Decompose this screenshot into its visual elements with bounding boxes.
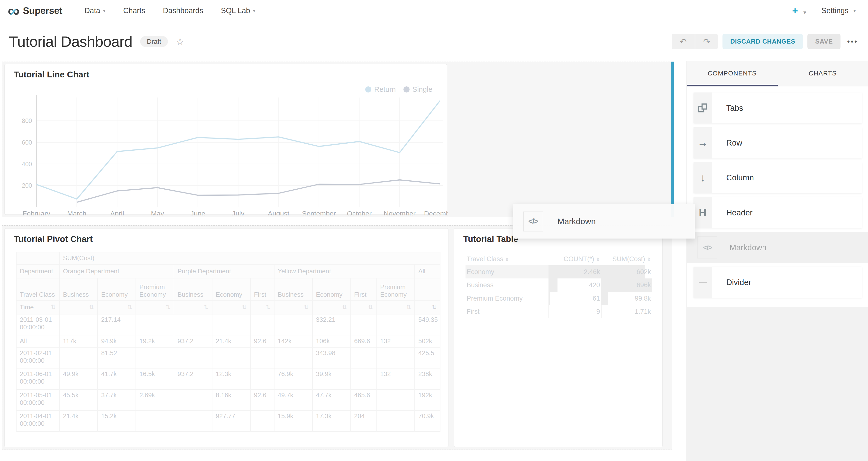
- pivot-time-header[interactable]: Time⇅: [16, 300, 59, 314]
- nav-item-sql-lab[interactable]: SQL Lab▾: [212, 0, 264, 22]
- sort-icon[interactable]: ⇅: [89, 304, 94, 311]
- pivot-sort-cell[interactable]: ⇅: [250, 300, 274, 314]
- sort-icon[interactable]: ⇅: [304, 304, 309, 311]
- pivot-row: 2011-05-01 00:00:0045.5k37.7k2.69k8.16k9…: [16, 390, 440, 410]
- pivot-value-cell: 45.5k: [59, 390, 98, 410]
- component-item-row[interactable]: →Row: [693, 127, 862, 158]
- more-options-icon[interactable]: •••: [847, 37, 858, 46]
- pivot-value-cell: 47.7k: [312, 390, 351, 410]
- sort-icon[interactable]: ⇕: [596, 256, 600, 262]
- pivot-corner-cell: [16, 252, 59, 264]
- component-item-markdown[interactable]: </>Markdown: [687, 232, 868, 263]
- superset-logo[interactable]: ∞ Superset: [8, 4, 62, 18]
- table-column-header[interactable]: Travel Class⇕: [466, 253, 549, 265]
- sort-icon[interactable]: ⇅: [266, 304, 271, 311]
- sort-icon[interactable]: ⇅: [406, 304, 411, 311]
- pivot-class-header: First: [351, 278, 377, 300]
- code-icon: </>: [523, 212, 543, 232]
- table-cell-sum: 99.8k: [601, 292, 652, 305]
- pivot-sort-cell[interactable]: ⇅: [136, 300, 174, 314]
- table-cell-travel-class: Premium Economy: [466, 292, 549, 305]
- pivot-value-cell: 192k: [415, 390, 440, 410]
- pivot-sort-cell[interactable]: ⇅: [98, 300, 136, 314]
- svg-text:February: February: [23, 210, 51, 215]
- pivot-class-header: First: [250, 278, 274, 300]
- tab-charts[interactable]: CHARTS: [777, 61, 868, 86]
- settings-menu[interactable]: Settings ▾: [822, 6, 856, 15]
- pivot-value-cell: 502k: [415, 335, 440, 347]
- pivot-row-label: 2011-02-01 00:00:00: [16, 347, 59, 368]
- pivot-sort-cell[interactable]: ⇅: [351, 300, 377, 314]
- sort-icon[interactable]: ⇅: [204, 304, 209, 311]
- chevron-down-icon: ▾: [103, 8, 105, 13]
- pivot-sort-cell[interactable]: ⇅: [377, 300, 415, 314]
- svg-text:August: August: [268, 210, 289, 215]
- table-column-header[interactable]: SUM(Cost)⇕: [601, 253, 652, 265]
- pivot-class-header: [415, 278, 440, 300]
- pivot-value-cell: 425.5: [415, 347, 440, 368]
- markdown-drag-preview[interactable]: </> Markdown: [513, 204, 695, 239]
- table-row[interactable]: Premium Economy6199.8k: [466, 292, 652, 305]
- pivot-row-label: All: [16, 335, 59, 347]
- pivot-class-label: Travel Class: [16, 278, 59, 300]
- svg-text:June: June: [190, 210, 206, 215]
- chart-card-line[interactable]: Tutorial Line Chart ReturnSingle 2004006…: [4, 64, 447, 215]
- redo-button[interactable]: ↷: [695, 34, 718, 50]
- pivot-sort-cell[interactable]: ⇅: [212, 300, 250, 314]
- pivot-value-cell: [174, 390, 212, 410]
- save-button[interactable]: SAVE: [807, 34, 840, 50]
- pivot-value-cell: [59, 347, 98, 368]
- discard-changes-button[interactable]: DISCARD CHANGES: [722, 34, 803, 50]
- code-icon: </>: [698, 236, 717, 258]
- chart-card-pivot[interactable]: Tutorial Pivot Chart SUM(Cost)Department…: [4, 228, 448, 448]
- sort-icon[interactable]: ⇕: [647, 256, 651, 262]
- tab-components[interactable]: COMPONENTS: [687, 61, 777, 86]
- component-item-header[interactable]: HHeader: [693, 197, 862, 228]
- pivot-sort-cell[interactable]: ⇅: [174, 300, 212, 314]
- pivot-sort-cell[interactable]: ⇅: [274, 300, 312, 314]
- sort-icon[interactable]: ⇅: [242, 304, 247, 311]
- pivot-value-cell: [174, 314, 212, 335]
- table-column-header[interactable]: COUNT(*)⇕: [549, 253, 601, 265]
- pivot-value-cell: 92.6: [250, 335, 274, 347]
- pivot-sort-cell[interactable]: ⇅: [415, 300, 440, 314]
- favorite-star-icon[interactable]: ☆: [176, 36, 184, 48]
- nav-item-dashboards[interactable]: Dashboards: [154, 0, 212, 22]
- sort-icon[interactable]: ⇅: [368, 304, 373, 311]
- sort-icon[interactable]: ⇕: [505, 256, 509, 262]
- component-item-column[interactable]: ↓Column: [693, 162, 862, 193]
- pivot-sort-cell[interactable]: ⇅: [312, 300, 351, 314]
- table-row[interactable]: First91.71k: [466, 305, 652, 318]
- nav-item-data[interactable]: Data▾: [76, 0, 114, 22]
- pivot-class-header: Business: [59, 278, 98, 300]
- sort-icon[interactable]: ⇅: [127, 304, 132, 311]
- sort-icon[interactable]: ⇅: [432, 304, 437, 311]
- chart-card-table[interactable]: Tutorial Table Travel Class⇕COUNT(*)⇕SUM…: [454, 228, 662, 448]
- table-row[interactable]: Economy2.46k602k: [466, 265, 652, 278]
- table-cell-count: 9: [549, 305, 601, 318]
- component-item-tabs[interactable]: Tabs: [693, 92, 862, 123]
- pivot-value-cell: [250, 347, 274, 368]
- sort-icon[interactable]: ⇅: [165, 304, 170, 311]
- pivot-value-cell: 21.4k: [212, 335, 250, 347]
- component-list: Tabs→Row↓ColumnHHeader</>MarkdownDivider: [687, 86, 868, 298]
- undo-button[interactable]: ↶: [672, 34, 695, 50]
- pivot-row: 2011-02-01 00:00:0081.52343.98425.5: [16, 347, 440, 368]
- pivot-value-cell: 81.52: [98, 347, 136, 368]
- pivot-value-cell: 937.2: [174, 335, 212, 347]
- pivot-sort-cell[interactable]: ⇅: [59, 300, 98, 314]
- undo-redo-group: ↶ ↷: [672, 34, 718, 50]
- table-row[interactable]: Business420696k: [466, 278, 652, 292]
- new-item-button[interactable]: + ▾: [792, 5, 806, 17]
- chart-title: Tutorial Pivot Chart: [14, 234, 93, 244]
- sort-icon[interactable]: ⇅: [342, 304, 347, 311]
- pivot-value-cell: [250, 314, 274, 335]
- nav-item-charts[interactable]: Charts: [114, 0, 154, 22]
- component-item-divider[interactable]: Divider: [693, 267, 862, 298]
- table-cell-sum: 602k: [601, 265, 652, 278]
- pivot-class-header: Economy: [98, 278, 136, 300]
- sort-icon[interactable]: ⇅: [51, 304, 56, 311]
- pivot-value-cell: 238k: [415, 368, 440, 389]
- status-badge: Draft: [140, 36, 168, 47]
- chart-title: Tutorial Table: [463, 234, 518, 244]
